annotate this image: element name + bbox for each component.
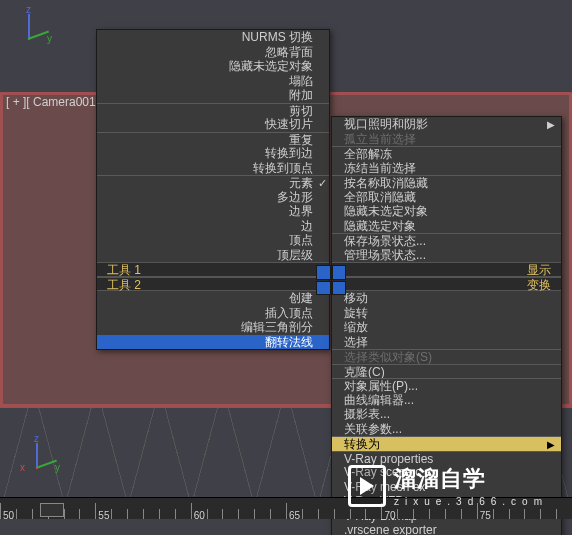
menu-item-flip-normals[interactable]: 翻转法线: [97, 335, 329, 350]
timeline-tick: 55: [95, 503, 111, 519]
menu-item[interactable]: 隐藏选定对象: [332, 219, 561, 234]
menu-item: 孤立当前选择: [332, 132, 561, 147]
watermark-sub: zixue.3d66.com: [394, 496, 548, 507]
timeline-tick: [540, 509, 556, 519]
menu-item[interactable]: V-Ray properties: [332, 451, 561, 466]
timeline-tick: [222, 509, 238, 519]
menu-item[interactable]: 隐藏未选定对象: [97, 59, 329, 74]
menu-item[interactable]: 关联参数...: [332, 422, 561, 437]
quad-tl-icon: [316, 265, 331, 280]
watermark-main: 溜溜自学: [394, 464, 548, 494]
menu-item[interactable]: NURMS 切换: [97, 30, 329, 45]
quad-menu-right-top-group: 视口照明和阴影▶孤立当前选择全部解冻冻结当前选择按名称取消隐藏全部取消隐藏隐藏未…: [332, 117, 561, 262]
menu-item[interactable]: 选择: [332, 335, 561, 350]
timeline-tick: [254, 509, 270, 519]
timeline-tick: [16, 509, 32, 519]
axis-gizmo-bottom: z y x: [20, 435, 60, 475]
timeline-marker[interactable]: [40, 503, 64, 517]
timeline-tick: [143, 509, 159, 519]
timeline-tick: [445, 509, 461, 519]
timeline-label: 60: [194, 510, 205, 521]
timeline-tick: [334, 509, 350, 519]
menu-item[interactable]: 冻结当前选择: [332, 161, 561, 176]
menu-item[interactable]: 转换到边: [97, 146, 329, 161]
menu-item[interactable]: 编辑三角剖分: [97, 320, 329, 335]
quad-menu-left: NURMS 切换忽略背面隐藏未选定对象塌陷附加剪切快速切片重复转换到边转换到顶点…: [96, 29, 330, 350]
quad-title-display: 显示: [332, 262, 561, 277]
timeline-tick: [556, 509, 572, 519]
menu-item[interactable]: 管理场景状态...: [332, 248, 561, 263]
menu-item[interactable]: 隐藏未选定对象: [332, 204, 561, 219]
menu-item[interactable]: 全部取消隐藏: [332, 190, 561, 205]
menu-item[interactable]: 顶点: [97, 233, 329, 248]
timeline-tick: [270, 509, 286, 519]
timeline-tick: [79, 509, 95, 519]
timeline-tick: [302, 509, 318, 519]
timeline-tick: [429, 509, 445, 519]
menu-item[interactable]: 克隆(C): [332, 364, 561, 379]
menu-item-convert-to[interactable]: 转换为▶: [332, 436, 561, 451]
menu-item[interactable]: 忽略背面: [97, 45, 329, 60]
menu-item[interactable]: 按名称取消隐藏: [332, 175, 561, 190]
check-icon: ✓: [318, 176, 327, 191]
timeline-tick: [493, 509, 509, 519]
timeline-label: 75: [480, 510, 491, 521]
timeline-tick: [175, 509, 191, 519]
quad-bl-icon: [316, 281, 331, 296]
menu-item[interactable]: .vrscene exporter: [332, 523, 561, 535]
play-icon: [348, 465, 386, 507]
watermark-text: 溜溜自学 zixue.3d66.com: [394, 464, 548, 507]
menu-item[interactable]: 移动: [332, 291, 561, 306]
axis-y-label: y: [47, 33, 52, 44]
timeline-tick: [509, 509, 525, 519]
viewport-label[interactable]: [ + ][ Camera001 ][: [6, 95, 106, 109]
axis-gizmo-top: z y: [12, 6, 52, 46]
quad-menu-left-top-group: NURMS 切换忽略背面隐藏未选定对象塌陷附加剪切快速切片重复转换到边转换到顶点…: [97, 30, 329, 262]
menu-item[interactable]: 边: [97, 219, 329, 234]
quad-center-icon: [316, 265, 346, 295]
quad-tr-icon: [332, 265, 347, 280]
menu-item[interactable]: 元素✓: [97, 175, 329, 190]
timeline-tick: 65: [286, 503, 302, 519]
timeline-label: 55: [98, 510, 109, 521]
timeline-label: 50: [3, 510, 14, 521]
timeline-tick: [413, 509, 429, 519]
menu-item[interactable]: 重复: [97, 132, 329, 147]
timeline-tick: [64, 509, 80, 519]
menu-item[interactable]: 顶层级: [97, 248, 329, 263]
menu-item[interactable]: 缩放: [332, 320, 561, 335]
timeline-tick: 60: [191, 503, 207, 519]
menu-item[interactable]: 剪切: [97, 103, 329, 118]
axis-x-line-icon: [36, 467, 38, 469]
timeline-tick: [127, 509, 143, 519]
menu-item[interactable]: 附加: [97, 88, 329, 103]
timeline-tick: 50: [0, 503, 16, 519]
axis-y-label-2: y: [55, 462, 60, 473]
menu-item[interactable]: 塌陷: [97, 74, 329, 89]
menu-item[interactable]: 插入顶点: [97, 306, 329, 321]
timeline-tick: [461, 509, 477, 519]
menu-item: 选择类似对象(S): [332, 349, 561, 364]
menu-item[interactable]: 快速切片: [97, 117, 329, 132]
timeline-tick: [397, 509, 413, 519]
timeline-tick: [524, 509, 540, 519]
timeline-tick: [350, 509, 366, 519]
timeline-tick: [365, 509, 381, 519]
menu-item[interactable]: 多边形: [97, 190, 329, 205]
timeline-tick: [159, 509, 175, 519]
menu-item[interactable]: 保存场景状态...: [332, 233, 561, 248]
quad-br-icon: [332, 281, 347, 296]
menu-item[interactable]: 旋转: [332, 306, 561, 321]
menu-item[interactable]: 边界: [97, 204, 329, 219]
timeline-tick: [238, 509, 254, 519]
menu-item[interactable]: 转换到顶点: [97, 161, 329, 176]
menu-item[interactable]: 对象属性(P)...: [332, 378, 561, 393]
menu-item[interactable]: 曲线编辑器...: [332, 393, 561, 408]
quad-menu-left-bottom-group: 创建插入顶点编辑三角剖分翻转法线: [97, 291, 329, 349]
menu-item[interactable]: 视口照明和阴影▶: [332, 117, 561, 132]
timeline-label: 70: [384, 510, 395, 521]
menu-item[interactable]: 创建: [97, 291, 329, 306]
menu-item[interactable]: 摄影表...: [332, 407, 561, 422]
quad-title-tools1: 工具 1: [97, 262, 329, 277]
menu-item[interactable]: 全部解冻: [332, 146, 561, 161]
